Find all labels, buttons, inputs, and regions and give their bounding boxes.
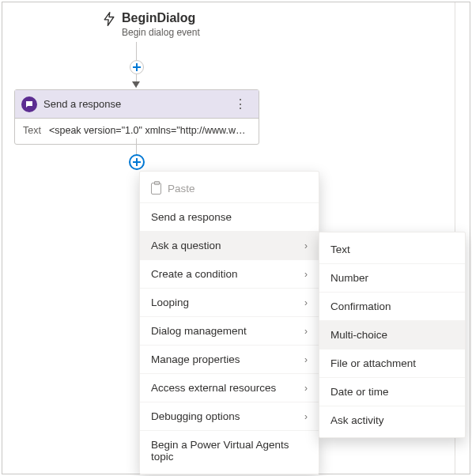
chevron-right-icon: › bbox=[304, 326, 308, 337]
submenu-item-ask-activity[interactable]: Ask activity bbox=[319, 406, 465, 434]
menu-item-create-a-condition[interactable]: Create a condition› bbox=[140, 260, 319, 289]
send-response-node[interactable]: Send a response ⋮ Text <speak version="1… bbox=[14, 89, 259, 145]
menu-item-looping[interactable]: Looping› bbox=[140, 289, 319, 317]
node-more-button[interactable]: ⋮ bbox=[229, 95, 252, 113]
node-body-value: <speak version="1.0" xmlns="http://www.w… bbox=[49, 125, 251, 136]
submenu-item-text[interactable]: Text bbox=[319, 236, 465, 264]
submenu-item-number[interactable]: Number bbox=[319, 264, 465, 293]
menu-item-label: Begin a Power Virtual Agents topic bbox=[151, 439, 308, 463]
menu-item-send-a-response[interactable]: Send a response bbox=[140, 203, 319, 232]
node-title: Send a response bbox=[43, 98, 229, 110]
menu-item-access-external-resources[interactable]: Access external resources› bbox=[140, 374, 319, 402]
lightning-icon bbox=[101, 11, 117, 27]
node-body: Text <speak version="1.0" xmlns="http://… bbox=[15, 119, 259, 144]
menu-item-ask-a-question[interactable]: Ask a question› bbox=[140, 232, 319, 260]
chevron-right-icon: › bbox=[304, 383, 308, 394]
menu-item-label: Create a condition bbox=[151, 268, 238, 280]
chevron-right-icon: › bbox=[304, 411, 308, 422]
menu-item-label: Access external resources bbox=[151, 382, 276, 394]
question-submenu: TextNumberConfirmationMulti-choiceFile o… bbox=[319, 232, 466, 438]
add-node-button[interactable] bbox=[130, 60, 144, 74]
trigger-title: BeginDialog bbox=[122, 10, 200, 26]
trigger-subtitle: Begin dialog event bbox=[122, 27, 200, 38]
chevron-right-icon: › bbox=[304, 297, 308, 308]
node-body-label: Text bbox=[23, 125, 41, 136]
menu-item-label: Send a response bbox=[151, 211, 232, 223]
submenu-item-file-or-attachment[interactable]: File or attachment bbox=[319, 349, 465, 378]
canvas-frame: BeginDialog Begin dialog event Send a re… bbox=[2, 2, 470, 474]
menu-item-label: Ask a question bbox=[151, 240, 221, 251]
paste-icon bbox=[151, 183, 161, 195]
submenu-item-confirmation[interactable]: Confirmation bbox=[319, 293, 465, 321]
menu-item-label: Paste bbox=[168, 183, 195, 195]
menu-item-paste: Paste bbox=[140, 175, 319, 203]
action-menu: PasteSend a responseAsk a question›Creat… bbox=[139, 171, 319, 474]
plus-icon bbox=[133, 63, 141, 71]
submenu-item-date-or-time[interactable]: Date or time bbox=[319, 378, 465, 406]
trigger-node[interactable]: BeginDialog Begin dialog event bbox=[101, 10, 200, 38]
menu-item-label: Debugging options bbox=[151, 410, 240, 422]
menu-item-label: Dialog management bbox=[151, 325, 247, 337]
menu-item-dialog-management[interactable]: Dialog management› bbox=[140, 317, 319, 346]
chevron-right-icon: › bbox=[304, 269, 308, 280]
menu-item-label: Looping bbox=[151, 297, 189, 308]
menu-item-begin-a-power-virtual-agents-topic[interactable]: Begin a Power Virtual Agents topic bbox=[140, 431, 319, 470]
chevron-right-icon: › bbox=[304, 240, 308, 251]
submenu-item-multi-choice[interactable]: Multi-choice bbox=[319, 321, 465, 349]
chat-icon bbox=[21, 96, 37, 112]
arrow-icon bbox=[132, 81, 140, 88]
add-node-button-active[interactable] bbox=[129, 154, 145, 170]
menu-item-manage-properties[interactable]: Manage properties› bbox=[140, 346, 319, 374]
chevron-right-icon: › bbox=[304, 354, 308, 365]
menu-item-debugging-options[interactable]: Debugging options› bbox=[140, 402, 319, 431]
plus-icon bbox=[133, 158, 141, 166]
node-header: Send a response ⋮ bbox=[15, 90, 259, 119]
menu-item-label: Manage properties bbox=[151, 353, 240, 365]
